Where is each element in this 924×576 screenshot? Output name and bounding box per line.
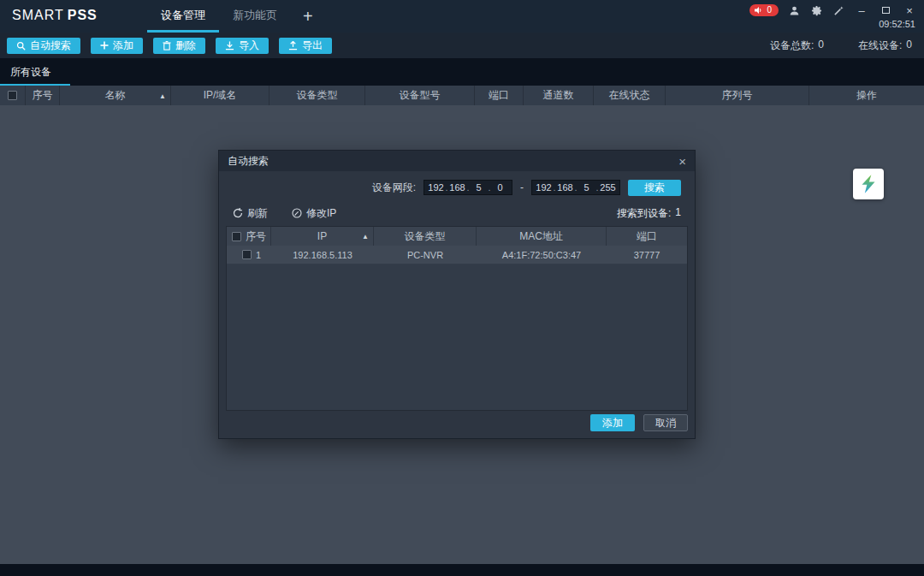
titlebar-actions: 0 – × [749,3,917,17]
device-table-header: 序号 名称▲ IP/域名 设备类型 设备型号 端口 通道数 在线状态 序列号 操… [0,86,924,105]
online-devices-label: 在线设备: [858,39,902,53]
auto-search-button[interactable]: 自动搜索 [7,38,80,54]
export-icon [288,41,298,50]
device-total-value: 0 [818,39,824,53]
add-label: 添加 [113,39,133,53]
result-mac: A4:1F:72:50:C3:47 [477,246,607,264]
results-col-type[interactable]: 设备类型 [374,227,477,246]
trash-icon [163,41,171,50]
wizard-icon[interactable] [832,3,845,17]
import-button[interactable]: 导入 [216,38,269,54]
col-name-label: 名称 [105,88,126,103]
export-button[interactable]: 导出 [279,38,332,54]
add-button[interactable]: 添加 [91,38,143,54]
brand-smart: SMART [12,8,64,22]
results-col-ip[interactable]: IP▲ [271,227,374,246]
plus-icon [100,41,109,50]
ip-start-input[interactable]: 192. 168. 5. 0 [424,180,512,195]
toolbar: 自动搜索 添加 删除 导入 导出 设备总数:0 [0,33,924,58]
dialog-titlebar: 自动搜索 × [219,151,695,171]
alarm-badge[interactable]: 0 [749,4,779,16]
result-row[interactable]: 1 192.168.5.113 PC-NVR A4:1F:72:50:C3:47… [227,246,687,264]
auto-search-label: 自动搜索 [30,39,71,53]
dialog-cancel-button[interactable]: 取消 [643,414,688,431]
modify-ip-label: 修改IP [306,206,336,221]
sort-asc-icon[interactable]: ▲ [362,233,369,240]
import-label: 导入 [239,39,259,53]
tab-all-devices[interactable]: 所有设备 [0,60,70,86]
user-icon[interactable] [787,3,801,17]
brand-pss: PSS [68,8,98,22]
gear-icon[interactable] [809,3,823,17]
search-button[interactable]: 搜索 [628,180,681,196]
maximize-button[interactable] [878,3,893,17]
header-checkbox-cell [0,86,26,105]
dialog-close-button[interactable]: × [678,155,686,168]
ip-end-oct3: 5 [578,182,595,193]
minimize-button[interactable]: – [854,3,869,17]
col-device-type[interactable]: 设备类型 [270,86,365,105]
bottom-bar [0,564,924,576]
col-channels[interactable]: 通道数 [524,86,594,105]
speaker-icon [754,6,762,15]
ip-end-oct1: 192 [536,182,552,193]
new-tab-button[interactable]: + [291,0,325,33]
alarm-count: 0 [767,5,772,15]
result-type: PC-NVR [374,246,477,264]
col-name[interactable]: 名称▲ [60,86,171,105]
titlebar: SMARTPSS 设备管理 新功能页 + 0 – [0,0,924,33]
refresh-button[interactable]: 刷新 [233,206,268,221]
col-port[interactable]: 端口 [475,86,524,105]
smart-pss-window: SMARTPSS 设备管理 新功能页 + 0 – [0,0,924,576]
result-port: 37777 [607,246,687,264]
col-ip-domain[interactable]: IP/域名 [171,86,270,105]
modify-ip-icon [292,208,302,218]
network-segment-row: 设备网段: 192. 168. 5. 0 - 192. 168. 5. 255 … [219,178,681,197]
results-col-mac[interactable]: MAC地址 [477,227,607,246]
sort-asc-icon[interactable]: ▲ [159,92,166,99]
found-label: 搜索到设备: [617,206,671,221]
col-online-status[interactable]: 在线状态 [594,86,666,105]
result-no: 1 [256,250,261,260]
refresh-icon [233,208,243,218]
modify-ip-button[interactable]: 修改IP [292,206,336,221]
col-device-model[interactable]: 设备型号 [365,86,475,105]
results-col-no-label: 序号 [246,229,266,244]
tab-device-management[interactable]: 设备管理 [147,0,219,33]
main-tabs: 设备管理 新功能页 + [147,0,325,33]
found-devices: 搜索到设备: 1 [617,206,681,221]
export-label: 导出 [302,39,323,53]
results-select-all-checkbox[interactable] [232,232,241,241]
dialog-add-button[interactable]: 添加 [590,414,635,431]
clock: 09:52:51 [879,19,915,29]
refresh-label: 刷新 [247,206,268,221]
ip-start-oct4: 0 [492,182,508,193]
delete-button[interactable]: 删除 [153,38,205,54]
online-devices-value: 0 [906,39,912,53]
results-col-port[interactable]: 端口 [607,227,687,246]
search-results-panel: 序号 IP▲ 设备类型 MAC地址 端口 1 192.168.5.113 PC-… [226,226,688,411]
col-operation[interactable]: 操作 [809,86,924,105]
result-cell-no: 1 [227,246,271,264]
smartpss-logo-icon[interactable] [853,169,884,199]
auto-search-dialog: 自动搜索 × 设备网段: 192. 168. 5. 0 - 192. 168. … [218,150,696,439]
close-button[interactable]: × [902,3,917,17]
device-stats: 设备总数:0 在线设备:0 [770,39,912,53]
app-logo: SMARTPSS [12,8,98,23]
ip-end-input[interactable]: 192. 168. 5. 255 [531,180,620,195]
delete-label: 删除 [175,39,196,53]
dialog-tools-row: 刷新 修改IP 搜索到设备: 1 [233,204,681,223]
tab-new-function[interactable]: 新功能页 [219,0,291,33]
select-all-checkbox[interactable] [8,91,17,100]
maximize-icon [882,7,890,14]
found-value: 1 [675,206,681,221]
result-ip: 192.168.5.113 [271,246,374,264]
row-checkbox[interactable] [242,250,252,259]
col-serial[interactable]: 序列号 [666,86,809,105]
search-icon [16,41,26,50]
ip-end-oct2: 168 [557,182,573,193]
col-no[interactable]: 序号 [26,86,60,105]
ip-end-oct4: 255 [600,182,616,193]
dialog-title: 自动搜索 [228,154,269,169]
ip-start-oct2: 168 [449,182,465,193]
